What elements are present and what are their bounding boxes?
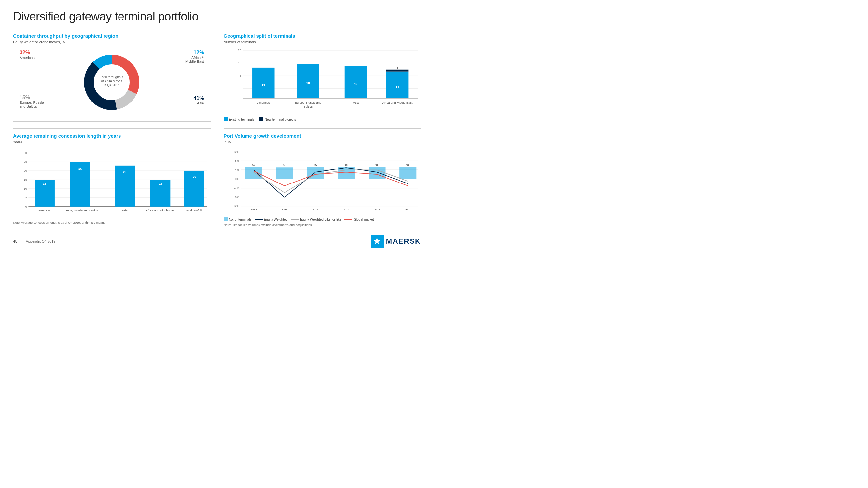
- svg-text:8%: 8%: [235, 159, 239, 162]
- svg-text:0: 0: [25, 205, 27, 208]
- port-volume-panel: Port Volume growth development In % 12% …: [224, 128, 421, 227]
- legend-equity: Equity Weighted: [255, 218, 288, 221]
- terminals-color: [224, 217, 227, 221]
- svg-text:of 4.5m Moves: of 4.5m Moves: [101, 79, 122, 83]
- page-title: Diversified gateway terminal portfolio: [13, 10, 421, 24]
- svg-rect-75: [245, 167, 262, 179]
- svg-marker-93: [374, 237, 380, 244]
- svg-text:-8%: -8%: [234, 196, 239, 199]
- donut-title: Container throughput by geographical reg…: [13, 33, 211, 39]
- legend-global-label: Global market: [353, 218, 374, 221]
- svg-text:Africa and Middle East: Africa and Middle East: [382, 101, 412, 104]
- port-legend: No. of terminals Equity Weighted Equity …: [224, 217, 421, 221]
- existing-color: [224, 118, 227, 121]
- asia-pct: 41%: [193, 95, 204, 101]
- geo-split-chart: 25 15 5 -5 16 Americas 18 Europe, Russia…: [224, 46, 421, 115]
- label-europe: 15% Europe, Russia and Baltics: [20, 95, 44, 108]
- svg-text:15: 15: [43, 182, 46, 186]
- maersk-logo: MAERSK: [371, 235, 421, 248]
- legend-terminals-label: No. of terminals: [229, 218, 252, 221]
- svg-rect-90: [400, 167, 416, 179]
- asia-label: Asia: [197, 101, 204, 105]
- geo-legend: Existing terminals New terminal projects: [224, 118, 421, 121]
- label-africa: 12% Africa & Middle East: [185, 50, 204, 63]
- svg-text:15: 15: [159, 182, 162, 186]
- svg-text:Americas: Americas: [257, 101, 270, 104]
- new-color: [259, 118, 264, 121]
- svg-text:Americas: Americas: [38, 209, 51, 212]
- label-americas: 32% Americas: [20, 50, 34, 60]
- label-asia: 41% Asia: [193, 95, 204, 105]
- legend-global: Global market: [344, 218, 374, 221]
- svg-text:Asia: Asia: [352, 101, 359, 104]
- svg-text:Total portfolio: Total portfolio: [186, 209, 203, 212]
- svg-text:25: 25: [238, 49, 241, 52]
- svg-text:5: 5: [239, 74, 241, 77]
- star-svg: [372, 237, 381, 246]
- svg-text:2014: 2014: [250, 208, 256, 211]
- svg-text:Asia: Asia: [122, 209, 128, 212]
- svg-text:30: 30: [24, 151, 27, 155]
- svg-text:15: 15: [238, 62, 241, 65]
- svg-text:18: 18: [306, 81, 310, 85]
- legend-lfl-label: Equity Weighted Like-for-like: [300, 218, 341, 221]
- legend-terminals: No. of terminals: [224, 217, 252, 221]
- equity-color: [255, 219, 263, 220]
- svg-text:2016: 2016: [312, 208, 318, 211]
- svg-text:2015: 2015: [281, 208, 287, 211]
- svg-text:25: 25: [24, 160, 27, 163]
- svg-text:4%: 4%: [235, 168, 239, 171]
- svg-text:Europe, Russia and Baltics: Europe, Russia and Baltics: [63, 209, 98, 212]
- geo-title: Geographical split of terminals: [224, 33, 421, 39]
- svg-text:12%: 12%: [234, 150, 239, 154]
- port-subtitle: In %: [224, 140, 421, 144]
- svg-text:23: 23: [123, 170, 127, 174]
- svg-text:17: 17: [354, 82, 358, 86]
- svg-text:10: 10: [24, 187, 27, 190]
- svg-text:0%: 0%: [235, 177, 239, 181]
- svg-text:57: 57: [252, 163, 255, 167]
- maersk-star-icon: [371, 235, 383, 248]
- svg-text:Total throughput: Total throughput: [100, 75, 123, 79]
- legend-equity-label: Equity Weighted: [264, 218, 288, 221]
- svg-text:2017: 2017: [343, 208, 349, 211]
- maersk-text: MAERSK: [386, 237, 421, 246]
- svg-text:-4%: -4%: [234, 187, 239, 190]
- svg-rect-87: [369, 167, 385, 179]
- svg-rect-78: [276, 167, 293, 179]
- concession-note: Note: Average concession lengths as of Q…: [13, 221, 211, 224]
- geo-subtitle: Number of terminals: [224, 40, 421, 44]
- svg-rect-29: [386, 70, 408, 72]
- svg-text:5: 5: [25, 196, 27, 199]
- americas-label: Americas: [20, 56, 34, 60]
- svg-text:16: 16: [261, 83, 265, 86]
- svg-text:2019: 2019: [404, 208, 411, 211]
- concession-panel: Average remaining concession length in y…: [13, 128, 211, 227]
- concession-chart: 30 25 20 15 10 5 0 15 Americas 25 Europe…: [13, 147, 211, 218]
- svg-text:65: 65: [406, 163, 410, 166]
- donut-container: 32% Americas 15% Europe, Russia and Balt…: [13, 46, 211, 118]
- svg-text:65: 65: [313, 163, 317, 167]
- page-number: 48: [13, 239, 17, 244]
- svg-text:66: 66: [344, 163, 348, 166]
- concession-title: Average remaining concession length in y…: [13, 133, 211, 139]
- svg-text:15: 15: [24, 178, 27, 181]
- svg-text:-12%: -12%: [232, 204, 239, 207]
- svg-text:1: 1: [396, 66, 398, 70]
- lfl-color: [291, 219, 299, 220]
- svg-text:Africa and Middle East: Africa and Middle East: [146, 209, 176, 212]
- donut-subtitle: Equity weighted crane moves, %: [13, 40, 211, 44]
- svg-text:55: 55: [283, 163, 286, 167]
- svg-text:2018: 2018: [373, 208, 380, 211]
- svg-text:Baltics: Baltics: [304, 105, 313, 108]
- legend-new: New terminal projects: [259, 118, 296, 121]
- svg-text:25: 25: [79, 167, 82, 170]
- geo-split-panel: Geographical split of terminals Number o…: [224, 33, 421, 122]
- footer-label: Appendix Q4 2019: [26, 239, 55, 243]
- africa-label: Africa &: [191, 56, 204, 60]
- svg-text:14: 14: [395, 85, 399, 88]
- europe-label: Europe, Russia: [20, 100, 44, 104]
- svg-text:Europe, Russia and: Europe, Russia and: [294, 101, 321, 104]
- legend-existing-label: Existing terminals: [229, 118, 254, 121]
- svg-text:-5: -5: [238, 97, 241, 100]
